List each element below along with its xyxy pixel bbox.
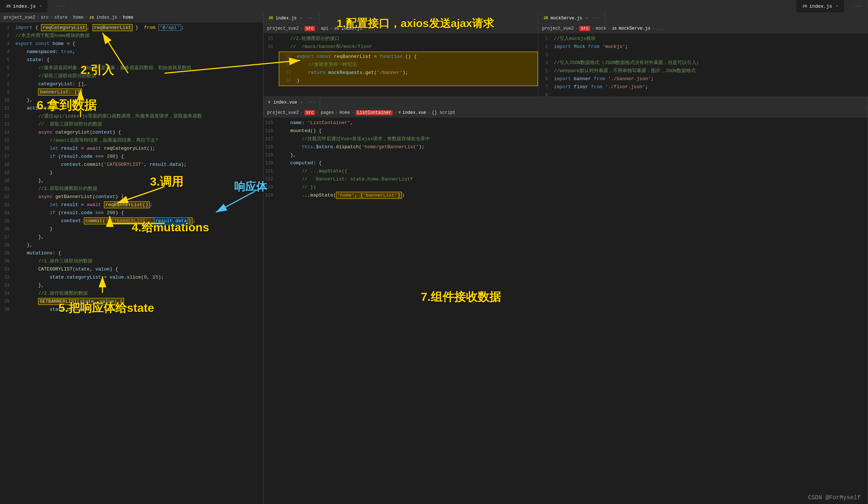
- code-line-27: 27 },: [0, 233, 263, 241]
- rb-line-118: 118 this.$store.dispatch('home/getBanner…: [263, 143, 868, 151]
- bc-project: project_vue2: [4, 15, 35, 20]
- tab-label-right: index.js: [809, 4, 832, 9]
- left-code-area[interactable]: 1 import { reqCategoryList, reqBannerLis…: [0, 22, 263, 504]
- tab-close-api[interactable]: ×: [300, 16, 303, 20]
- tab-close-mock[interactable]: ×: [585, 16, 588, 20]
- tab-api-index[interactable]: JS index.js × ···: [263, 13, 320, 23]
- code-line-10: 10 },: [0, 96, 263, 104]
- rb-line-115: 115 name: 'ListContainer',: [263, 119, 868, 127]
- bc-file: index.js: [96, 15, 117, 20]
- code-line-13: 13 // 获取三级联动部分的数据: [0, 120, 263, 128]
- tab-index-js-right[interactable]: JS index.js ×: [796, 0, 844, 12]
- code-line-33: 33 },: [0, 281, 263, 290]
- rtr-line-2: 2 import Mock from 'mockjs';: [538, 43, 868, 51]
- right-bottom-breadcrumb: project_vue2 › src › pages › Home › List…: [263, 108, 868, 117]
- tab-more-dots-right: ···: [853, 4, 862, 9]
- api-function-highlight: 17 export const reqBannerList = function…: [279, 52, 538, 86]
- right-bottom-panel: ▼ index.vue × ··· project_vue2 › src › p…: [263, 97, 868, 504]
- vue-icon: ▼: [268, 100, 270, 105]
- code-line-23: 23 let result = await reqBannerList();: [0, 201, 263, 209]
- code-line-18: 18 context.commit('CATEGORYLIST', result…: [0, 161, 263, 169]
- tab-index-js-left[interactable]: JS index.js ×: [0, 0, 48, 12]
- rb-line-117: 117 //挂载完毕后通过Vuex发送ajax请求，将数据存储在仓库中: [263, 135, 868, 143]
- rtl-line-18: 18 //发请求另外一种写法: [281, 61, 535, 69]
- code-line-12: 12 //通过api/index.js里面的接口函数调用，向服务器发请求，获取服…: [0, 112, 263, 120]
- js-icon-api: JS: [268, 16, 274, 20]
- right-top-left-breadcrumb: project_vue2 › src › api › JS index.js ›…: [263, 24, 538, 33]
- code-line-34: 34 //2.操作轮播图的数据: [0, 290, 263, 298]
- js-icon-mock: JS: [543, 16, 549, 20]
- tab-close-right[interactable]: ×: [836, 4, 838, 8]
- code-line-8: 8 categoryList: [],: [0, 80, 263, 88]
- rb-line-120: 120 computed: {: [263, 159, 868, 167]
- rb-line-119: 119 },: [263, 151, 868, 159]
- rtl-line-15: 15 //2.轮播图部分的接口: [263, 35, 538, 43]
- code-line-9: 9 bannerList: []: [0, 88, 263, 96]
- code-line-17: 17 if (result.code === 200) {: [0, 153, 263, 161]
- bc-symbol: home: [123, 15, 134, 20]
- right-top-right-tabs: JS mockServe.js × ···: [538, 13, 868, 24]
- right-editor: JS index.js × ··· project_vue2 › src › a…: [263, 13, 868, 504]
- code-line-22: 22 async getBannerList(context) {: [0, 193, 263, 201]
- code-line-25: 25 context.commit('GETBANNERLIST', resul…: [0, 217, 263, 225]
- rtl-line-17: 17 export const reqBannerList = function…: [281, 53, 535, 61]
- rtr-line-6: 6 import banner from './banner.json';: [538, 75, 868, 83]
- tab-index-vue[interactable]: ▼ index.vue × ···: [263, 97, 320, 108]
- tab-vue-dots: ···: [308, 100, 316, 105]
- right-top-left-tabs: JS index.js × ···: [263, 13, 538, 24]
- tab-dots-right[interactable]: ···: [845, 0, 868, 12]
- code-line-19: 19 }: [0, 169, 263, 177]
- rb-line-123: 123 // }): [263, 183, 868, 191]
- rtl-line-16: 16 // /mock/banner和/mock/floor: [263, 43, 538, 51]
- tab-more-dots: ···: [57, 4, 65, 9]
- code-line-7: 7 //获取三级联动部分的数据: [0, 72, 263, 80]
- code-line-28: 28 },: [0, 241, 263, 249]
- code-line-3: 3 export const home = {: [0, 40, 263, 48]
- rb-line-122: 122 // BannerList: state.home.BannerList…: [263, 175, 868, 183]
- code-line-31: 31 CATEGORYLIST(state, value) {: [0, 265, 263, 273]
- code-line-2: 2 //本文件用于配置home模块的数据: [0, 32, 263, 40]
- main-tab-bar: JS index.js × ··· JS index.js × ···: [0, 0, 868, 13]
- rtr-line-4: 4 //引入JSON数据格式（JSON数据格式没有对外暴露，但是可以引入）: [538, 59, 868, 67]
- code-line-4: 4 namespaced: true,: [0, 48, 263, 56]
- right-top-right-panel: JS mockServe.js × ··· project_vue2 › src…: [538, 13, 868, 97]
- code-line-5: 5 state: {: [0, 56, 263, 64]
- tab-close-icon[interactable]: ×: [40, 4, 42, 8]
- right-bottom-code[interactable]: 115 name: 'ListContainer', 116 mounted()…: [263, 117, 868, 504]
- tab-mock-label: mockServe.js: [550, 16, 582, 21]
- right-top-right-breadcrumb: project_vue2 › src › mock › JS mockServe…: [538, 24, 868, 33]
- rtr-line-3: 3: [538, 51, 868, 59]
- code-line-15: 15 //await后面等待结果，如果返回结果，再往下走?: [0, 137, 263, 145]
- rtl-line-19: 19 return mockRequests.get('/banner');: [281, 69, 535, 77]
- code-line-35: 35 GETBANNERLIST(state, value) {: [0, 298, 263, 306]
- rtr-line-8: 8: [538, 91, 868, 97]
- rtr-line-5: 5 //webpack默认对外暴露，不用单独写暴露：图片，JSON数据格式: [538, 67, 868, 75]
- tab-label: index.js: [13, 4, 35, 9]
- js-file-icon: JS: [6, 4, 11, 8]
- tab-api-label: index.js: [276, 16, 297, 21]
- code-line-16: 16 let result = await reqCategoryList();: [0, 145, 263, 153]
- tab-api-dots: ···: [307, 16, 315, 21]
- bc-store: store: [54, 15, 67, 20]
- editors-area: project_vue2 › src › store › home › JS i…: [0, 13, 868, 504]
- tab-close-vue[interactable]: ×: [300, 100, 303, 105]
- right-bottom-tabs: ▼ index.vue × ···: [263, 97, 868, 108]
- tab-dots-left[interactable]: ···: [48, 0, 71, 12]
- code-line-11: 11 actions: {: [0, 104, 263, 112]
- left-editor: project_vue2 › src › store › home › JS i…: [0, 13, 263, 504]
- right-top-right-code[interactable]: 1 //引入mockjs模块 2 import Mock from 'mockj…: [538, 33, 868, 97]
- rb-line-124: 124 ...mapState('home', ['bannerList']): [263, 191, 868, 199]
- rtl-line-20: 20 }: [281, 77, 535, 85]
- right-top-left-code[interactable]: 15 //2.轮播图部分的接口 16 // /mock/banner和/mock…: [263, 33, 538, 97]
- tab-mockserve[interactable]: JS mockServe.js × ···: [538, 13, 605, 23]
- bc-home: home: [73, 15, 84, 20]
- code-line-21: 21 //2.获取轮播图部分的数据: [0, 185, 263, 193]
- code-line-26: 26 }: [0, 225, 263, 233]
- code-line-14: 14 async categoryList(context) {: [0, 128, 263, 137]
- rtr-line-7: 7 import floor from './floor.json';: [538, 83, 868, 91]
- right-top-left-panel: JS index.js × ··· project_vue2 › src › a…: [263, 13, 538, 97]
- code-line-20: 20 },: [0, 177, 263, 185]
- rtr-line-1: 1 //引入mockjs模块: [538, 35, 868, 43]
- right-bottom-area: ▼ index.vue × ··· project_vue2 › src › p…: [263, 97, 868, 504]
- code-line-1: 1 import { reqCategoryList, reqBannerLis…: [0, 24, 263, 32]
